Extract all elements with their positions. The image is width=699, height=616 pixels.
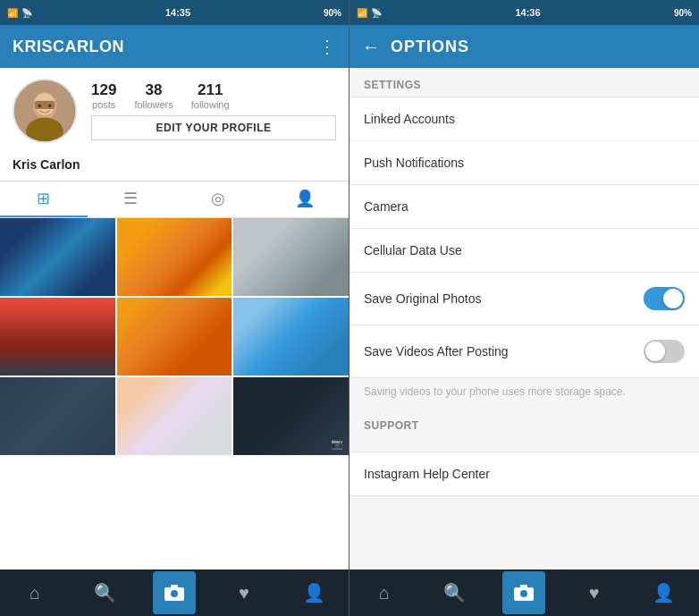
svg-point-5 xyxy=(38,104,41,107)
left-status-bar: 📶 📡 14:35 90% xyxy=(0,0,349,25)
battery-percent: 90% xyxy=(324,8,341,18)
options-title: OPTIONS xyxy=(391,38,469,56)
tab-grid[interactable]: ⊞ xyxy=(0,181,88,217)
stats-row: 129 posts 38 followers 211 following xyxy=(91,81,336,110)
tab-tagged[interactable]: 👤 xyxy=(262,181,350,217)
svg-rect-4 xyxy=(35,101,55,109)
posts-stat: 129 posts xyxy=(91,81,116,110)
profile-stats: 129 posts 38 followers 211 following EDI… xyxy=(91,81,336,140)
svg-rect-9 xyxy=(171,585,178,588)
right-nav-search[interactable]: 🔍 xyxy=(433,571,476,614)
options-content: SETTINGS Linked Accounts Push Notificati… xyxy=(350,68,699,570)
tagged-icon: 👤 xyxy=(295,189,315,208)
nav-search[interactable]: 🔍 xyxy=(83,571,126,614)
svg-rect-12 xyxy=(520,585,527,588)
settings-group: Linked Accounts Push Notifications Camer… xyxy=(350,97,699,378)
followers-count: 38 xyxy=(146,81,163,99)
left-header: KRISCARLON ⋮ xyxy=(0,25,349,68)
right-nav-home[interactable]: ⌂ xyxy=(363,571,406,614)
camera-item[interactable]: Camera xyxy=(350,185,699,229)
left-time: 14:35 xyxy=(165,7,190,18)
linked-accounts-label: Linked Accounts xyxy=(364,112,455,126)
right-battery-percent: 90% xyxy=(674,8,692,18)
photo-4[interactable] xyxy=(0,298,115,376)
grid-icon: ⊞ xyxy=(37,189,50,208)
posts-label: posts xyxy=(92,99,115,110)
right-status-icons: 📶 📡 xyxy=(357,8,382,18)
right-signal-icon: 📡 xyxy=(371,8,382,18)
push-notifications-label: Push Notifications xyxy=(364,156,464,170)
save-original-label: Save Original Photos xyxy=(364,291,482,306)
photo-8[interactable] xyxy=(117,377,232,455)
save-original-toggle[interactable] xyxy=(644,287,685,310)
help-center-item[interactable]: Instagram Help Center xyxy=(350,452,699,495)
wifi-icon: 📶 xyxy=(7,8,18,18)
tab-location[interactable]: ◎ xyxy=(174,181,262,217)
followers-stat: 38 followers xyxy=(134,81,173,110)
photo-6[interactable] xyxy=(233,298,349,376)
photo-tabs: ⊞ ☰ ◎ 👤 xyxy=(0,181,349,218)
right-nav-camera[interactable] xyxy=(502,571,545,614)
push-notifications-item[interactable]: Push Notifications xyxy=(350,141,699,185)
right-nav-activity[interactable]: ♥ xyxy=(573,571,616,614)
nav-activity[interactable]: ♥ xyxy=(223,571,265,614)
following-stat: 211 following xyxy=(191,81,230,110)
tab-list[interactable]: ☰ xyxy=(88,181,175,217)
save-videos-note: Saving videos to your phone uses more st… xyxy=(350,378,699,409)
photo-2[interactable] xyxy=(117,218,232,296)
svg-point-11 xyxy=(520,590,527,597)
following-label: following xyxy=(191,99,230,110)
linked-accounts-item[interactable]: Linked Accounts xyxy=(350,97,699,141)
svg-point-8 xyxy=(171,590,178,597)
photo-3[interactable] xyxy=(233,218,349,296)
left-bottom-nav: ⌂ 🔍 ♥ 👤 xyxy=(0,570,349,616)
support-section-header: SUPPORT xyxy=(350,409,699,437)
save-original-knob xyxy=(663,289,683,308)
save-videos-toggle[interactable] xyxy=(644,340,685,363)
profile-username: Kris Carlon xyxy=(0,154,349,181)
avatar xyxy=(13,79,77,143)
right-status-bar: 📶 📡 14:36 90% xyxy=(350,0,699,25)
photo-grid: 📷 xyxy=(0,218,349,570)
menu-dots-icon[interactable]: ⋮ xyxy=(318,36,336,57)
left-battery-icons: 90% xyxy=(324,8,341,18)
settings-section-header: SETTINGS xyxy=(350,68,699,97)
profile-section: 129 posts 38 followers 211 following EDI… xyxy=(0,68,349,154)
right-battery-icons: 90% xyxy=(674,8,692,18)
edit-profile-button[interactable]: EDIT YOUR PROFILE xyxy=(91,115,336,140)
cellular-data-item[interactable]: Cellular Data Use xyxy=(350,229,699,273)
support-group: Instagram Help Center xyxy=(350,451,699,496)
cellular-data-label: Cellular Data Use xyxy=(364,243,462,257)
right-panel: 📶 📡 14:36 90% ← OPTIONS SETTINGS Linked … xyxy=(350,0,699,616)
save-videos-item[interactable]: Save Videos After Posting xyxy=(350,325,699,377)
right-header: ← OPTIONS xyxy=(350,25,699,68)
svg-point-6 xyxy=(48,104,52,107)
app-username: KRISCARLON xyxy=(13,38,124,56)
right-nav-profile[interactable]: 👤 xyxy=(643,571,686,614)
save-original-item[interactable]: Save Original Photos xyxy=(350,273,699,325)
nav-home[interactable]: ⌂ xyxy=(13,571,56,614)
right-bottom-nav: ⌂ 🔍 ♥ 👤 xyxy=(350,570,699,616)
left-panel: 📶 📡 14:35 90% KRISCARLON ⋮ xyxy=(0,0,350,616)
camera-overlay-icon: 📷 xyxy=(331,438,343,450)
nav-profile[interactable]: 👤 xyxy=(292,571,335,614)
location-icon: ◎ xyxy=(211,189,225,208)
nav-camera[interactable] xyxy=(153,571,196,614)
help-center-label: Instagram Help Center xyxy=(364,467,490,481)
photo-7[interactable] xyxy=(0,377,115,455)
list-icon: ☰ xyxy=(123,189,138,208)
back-arrow-icon[interactable]: ← xyxy=(362,37,380,57)
followers-label: followers xyxy=(134,99,173,110)
posts-count: 129 xyxy=(91,81,116,99)
right-wifi-icon: 📶 xyxy=(357,8,367,18)
right-time: 14:36 xyxy=(515,7,540,18)
following-count: 211 xyxy=(198,81,223,99)
photo-9[interactable]: 📷 xyxy=(233,377,349,455)
save-videos-label: Save Videos After Posting xyxy=(364,344,509,359)
save-videos-knob xyxy=(645,342,665,361)
signal-icon: 📡 xyxy=(21,8,32,18)
photo-5[interactable] xyxy=(117,298,232,376)
photo-1[interactable] xyxy=(0,218,115,296)
left-status-icons: 📶 📡 xyxy=(7,8,32,18)
camera-label: Camera xyxy=(364,199,408,214)
